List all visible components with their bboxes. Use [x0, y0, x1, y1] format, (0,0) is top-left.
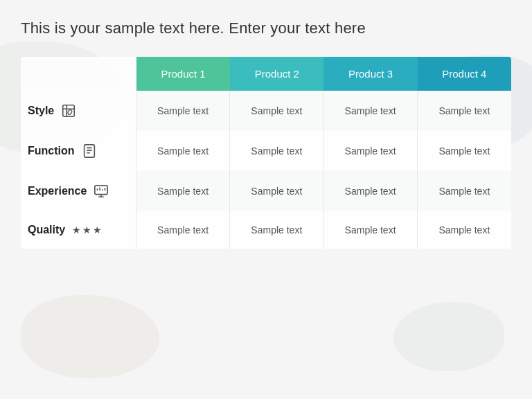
quality-product1: Sample text: [136, 211, 230, 249]
function-product2: Sample text: [230, 131, 323, 171]
style-product2: Sample text: [230, 91, 323, 131]
quality-product2: Sample text: [230, 211, 323, 249]
table-row-quality: Quality ★★★ Sample text Sample text Samp…: [21, 211, 511, 249]
experience-product4: Sample text: [418, 171, 511, 211]
comparison-table: Product 1 Product 2 Product 3 Product 4 …: [21, 57, 511, 249]
table-header-row: Product 1 Product 2 Product 3 Product 4: [21, 57, 511, 91]
row-label-function: Function: [21, 131, 136, 171]
style-product3: Sample text: [323, 91, 417, 131]
page-content: This is your sample text here. Enter you…: [0, 0, 532, 263]
row-label-experience: Experience: [21, 171, 136, 211]
experience-icon: [94, 184, 109, 199]
row-label-quality: Quality ★★★: [21, 211, 136, 249]
svg-rect-4: [95, 186, 107, 195]
bg-decoration-3: [21, 295, 159, 378]
header-product1: Product 1: [136, 57, 230, 91]
header-product4: Product 4: [418, 57, 511, 91]
bg-decoration-4: [393, 302, 504, 371]
row-label-style: Style: [21, 91, 136, 131]
quality-product4: Sample text: [418, 211, 511, 249]
header-empty-cell: [21, 57, 136, 91]
quality-product3: Sample text: [323, 211, 417, 249]
function-product3: Sample text: [323, 131, 417, 171]
style-product4: Sample text: [418, 91, 511, 131]
function-icon: [82, 143, 97, 159]
style-product1: Sample text: [136, 91, 230, 131]
page-title: This is your sample text here. Enter you…: [21, 19, 511, 37]
style-icon: [61, 103, 76, 118]
function-product4: Sample text: [418, 131, 511, 171]
table-row-style: Style Sample text Sample text Sample tex…: [21, 91, 511, 131]
quality-icon: ★★★: [72, 224, 103, 236]
table-row-function: Function Sample text Sample text: [21, 131, 511, 171]
function-product1: Sample text: [136, 131, 230, 171]
header-product2: Product 2: [230, 57, 323, 91]
experience-product2: Sample text: [230, 171, 323, 211]
table-row-experience: Experience: [21, 171, 511, 211]
svg-rect-0: [84, 145, 94, 157]
quality-stars: ★★★: [72, 224, 103, 236]
experience-product1: Sample text: [136, 171, 230, 211]
header-product3: Product 3: [323, 57, 417, 91]
experience-product3: Sample text: [323, 171, 417, 211]
